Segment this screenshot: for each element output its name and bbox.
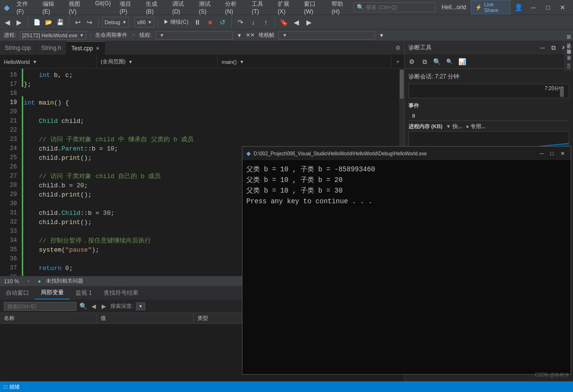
console-titlebar: ◆ D:\002_Project\006_Visual_Studio\Hello… — [242, 147, 571, 160]
console-maximize-button[interactable]: □ — [548, 151, 556, 156]
console-line-1: 父类 b = 10 , 子类 b = -858993460 — [246, 164, 567, 175]
process-dropdown[interactable]: [25172] HelloWorld.exe ▼ — [20, 31, 86, 40]
step-over-button[interactable]: ↷ — [235, 17, 246, 28]
live-share-button[interactable]: ⚡ Live Share — [471, 0, 511, 15]
bookmark-next-button[interactable]: ▶ — [303, 17, 314, 28]
zoom-level[interactable]: 110 % — [4, 278, 19, 284]
maximize-button[interactable]: □ — [541, 2, 555, 12]
ln-19: 19 — [0, 98, 17, 107]
diag-zoom-out-icon[interactable]: 🔍 — [444, 57, 455, 67]
menu-analyze[interactable]: 分析(N) — [221, 0, 247, 16]
stop-button[interactable]: ■ — [205, 17, 215, 28]
console-vs-icon: ◆ — [246, 150, 251, 157]
diag-copy-icon[interactable]: ⧉ — [419, 57, 430, 67]
nav-right-button[interactable]: ▶ — [100, 302, 107, 310]
file-scope-label: HelloWorld — [4, 59, 30, 65]
ln-33: 33 — [0, 227, 17, 236]
ln-30: 30 — [0, 199, 17, 209]
menu-tools[interactable]: 工具(T) — [248, 0, 273, 16]
separator-icon-2: ✦ — [131, 32, 136, 38]
menu-project[interactable]: 项目(P) — [116, 0, 141, 16]
diag-gear-icon[interactable]: ⚙ — [407, 57, 417, 67]
global-scope-dropdown[interactable]: (全局范围) ▼ — [97, 55, 218, 68]
search-depth-label: 搜索深度: — [110, 302, 133, 310]
chevron-down-icon: ▼ — [79, 33, 84, 38]
bookmark-prev-button[interactable]: ◀ — [291, 17, 302, 28]
diag-close-button[interactable]: ─ — [537, 43, 548, 53]
scrollbar-thumb[interactable] — [400, 70, 404, 99]
code-line-22 — [22, 126, 399, 135]
diag-graph-icon[interactable]: 📊 — [457, 57, 467, 67]
global-search-box[interactable]: 🔍 — [353, 2, 436, 12]
menu-file[interactable]: 文件(F) — [13, 0, 38, 16]
file-scope-dropdown[interactable]: HelloWorld ▼ — [0, 55, 97, 68]
menu-extensions[interactable]: 扩展(X) — [274, 0, 299, 16]
tab-watch1[interactable]: 监视 1 — [70, 287, 98, 299]
ln-35: 35 — [0, 245, 17, 255]
bookmark-button[interactable]: 🔖 — [278, 17, 289, 28]
toolbar-sep-1 — [28, 17, 28, 27]
save-all-button[interactable]: 💾 — [55, 17, 65, 28]
menu-window[interactable]: 窗口(W) — [300, 0, 327, 16]
close-button[interactable]: ✕ — [556, 2, 569, 12]
new-file-button[interactable]: 📄 — [31, 17, 42, 28]
debug-config-dropdown[interactable]: Debug ▼ — [102, 17, 129, 28]
processbar: 进程: [25172] HelloWorld.exe ▼ | 生命周期事件 ✦ … — [0, 29, 573, 41]
menu-debug[interactable]: 调试(D) — [168, 0, 194, 16]
back-button[interactable]: ◀ — [2, 17, 13, 28]
forward-button[interactable]: ▶ — [14, 17, 24, 28]
menu-help[interactable]: 帮助(H) — [328, 0, 353, 16]
menu-test[interactable]: 测试(S) — [195, 0, 220, 16]
tab-auto-window[interactable]: 自动窗口 — [0, 287, 35, 299]
scope-bar-main — [22, 96, 23, 276]
add-button[interactable]: + — [392, 55, 404, 69]
ln-27: 27 — [0, 172, 17, 181]
chevron-down-icon: ▼ — [138, 304, 143, 309]
code-line-21: Child child; — [22, 117, 399, 126]
continue-button[interactable]: ▶ 继续(C) — [162, 17, 190, 28]
console-close-button[interactable]: ✕ — [558, 151, 567, 157]
open-button[interactable]: 📂 — [43, 17, 54, 28]
tab-find-symbol[interactable]: 查找符号结果 — [98, 287, 144, 299]
menu-edit[interactable]: 编辑(E) — [39, 0, 64, 16]
step-out-button[interactable]: ↑ — [260, 17, 271, 28]
stack-label: 堆栈帧 — [258, 31, 274, 39]
search-icon[interactable]: 🔍 — [79, 302, 87, 310]
depth-dropdown[interactable]: ▼ — [136, 302, 145, 310]
diag-zoom-in-icon[interactable]: 🔍 — [432, 57, 442, 67]
thread-dropdown[interactable]: ▼ — [155, 31, 233, 40]
menu-view[interactable]: 视图(V) — [65, 0, 90, 16]
menu-git[interactable]: Git(G) — [91, 0, 115, 16]
nav-left-button[interactable]: ◀ — [90, 302, 97, 310]
undo-button[interactable]: ↩ — [73, 17, 83, 28]
minimize-button[interactable]: ─ — [527, 2, 540, 12]
status-bar: □ 就绪 — [0, 381, 573, 392]
chevron-down-icon: ▼ — [240, 60, 244, 64]
platform-dropdown[interactable]: x86 ▼ — [135, 17, 154, 28]
timeline-bar: 7:20分钟 — [408, 84, 569, 98]
menu-build[interactable]: 生成(B) — [142, 0, 167, 16]
code-line-17: }; — [22, 80, 399, 89]
search-input[interactable] — [366, 4, 429, 10]
redo-button[interactable]: ↪ — [84, 17, 95, 28]
step-into-button[interactable]: ↓ — [248, 17, 258, 28]
diag-float-button[interactable]: ⧉ — [548, 43, 558, 53]
profile-icon[interactable]: 👤 — [514, 3, 523, 11]
dedicated-label: ● 专用... — [466, 123, 486, 129]
tab-settings-button[interactable]: ⚙ — [392, 41, 404, 55]
toolbar-sep-2 — [69, 17, 69, 27]
right-vertical-sidebar: 调诊CPU测试 性能探查器 Git更改 — [564, 41, 573, 71]
console-minimize-button[interactable]: ─ — [538, 151, 546, 156]
editor-toolbar: HelloWorld ▼ (全局范围) ▼ main() ▼ + — [0, 55, 404, 69]
tab-string-cpp[interactable]: String.cpp — [0, 41, 36, 55]
tab-locals[interactable]: 局部变量 — [35, 286, 70, 300]
stack-dropdown[interactable]: ▼ — [278, 31, 375, 40]
line-numbers: 16 17 18 19 20 21 22 23 24 25 26 27 28 2… — [0, 69, 22, 276]
ln-24: 24 — [0, 144, 17, 153]
function-dropdown[interactable]: main() ▼ — [218, 55, 392, 68]
locals-search-input[interactable] — [4, 302, 76, 311]
restart-button[interactable]: ↺ — [217, 17, 228, 28]
tab-string-h[interactable]: String.h — [36, 41, 66, 55]
tab-test-cpp[interactable]: Test.cpp ✕ — [66, 41, 105, 55]
pause-button[interactable]: ⏸ — [192, 17, 203, 28]
